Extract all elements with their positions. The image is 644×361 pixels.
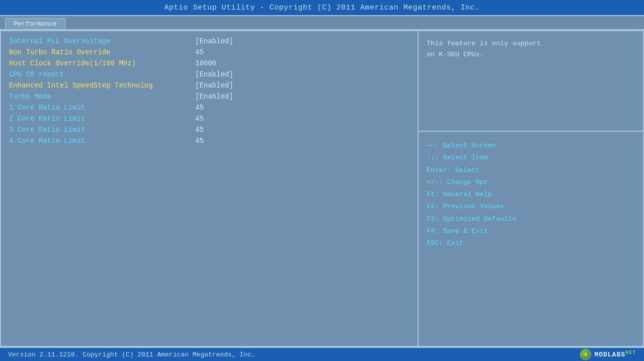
key-help-line-0: ↔↔: Select Screen — [427, 140, 635, 152]
bios-item-value-9: 45 — [195, 137, 204, 145]
bios-item-6[interactable]: 1 Core Ratio Limit45 — [7, 103, 412, 113]
key-help-line-8: ESC: Exit — [427, 237, 635, 249]
bios-item-label-8: 3 Core Ratio Limit — [9, 126, 190, 134]
top-header-bar: Aptio Setup Utility - Copyright (C) 2011… — [0, 0, 644, 16]
tab-row: Performance — [0, 16, 644, 30]
bios-item-label-5: Turbo Mode — [9, 93, 190, 101]
modlabs-icon: M — [580, 349, 591, 360]
footer-title: Version 2.11.1210. Copyright (C) 2011 Am… — [8, 351, 255, 358]
bios-item-label-9: 4 Core Ratio Limit — [9, 137, 190, 145]
info-line-0: This feature is only support — [427, 38, 635, 49]
main-content: Internal PLL Overvoltage[Enabled]Non Tur… — [0, 30, 644, 347]
bios-item-label-4: Enhanced Intel SpeedStep Technolog — [9, 81, 190, 89]
bios-item-5[interactable]: Turbo Mode[Enabled] — [7, 92, 412, 102]
bios-item-8[interactable]: 3 Core Ratio Limit45 — [7, 125, 412, 135]
bios-item-label-2: Host Clock Override(1/100 MHz) — [9, 59, 190, 67]
bottom-footer-bar: Version 2.11.1210. Copyright (C) 2011 Am… — [0, 347, 644, 361]
bios-item-label-3: CPU C6 report — [9, 70, 190, 78]
key-help-line-4: F1: General Help — [427, 189, 635, 201]
bios-item-value-3: [Enabled] — [195, 70, 233, 78]
bios-item-value-8: 45 — [195, 126, 204, 134]
right-panel: This feature is only supporton K-SKU CPU… — [419, 31, 643, 346]
bios-item-value-5: [Enabled] — [195, 93, 233, 101]
info-line-1: on K-SKU CPUs. — [427, 49, 635, 60]
modlabs-text: MODLABSNET — [594, 350, 636, 358]
bios-item-value-0: [Enabled] — [195, 37, 233, 45]
key-help-line-6: F3: Optimized Defaults — [427, 213, 635, 225]
bios-item-value-4: [Enabled] — [195, 81, 233, 89]
bios-item-value-2: 10000 — [195, 59, 216, 67]
key-help-line-5: F2: Previous Values — [427, 201, 635, 213]
bios-item-label-7: 2 Core Ratio Limit — [9, 115, 190, 123]
left-panel: Internal PLL Overvoltage[Enabled]Non Tur… — [1, 31, 419, 346]
bios-item-value-6: 45 — [195, 104, 204, 112]
key-help-line-3: +/-: Change Opt. — [427, 176, 635, 189]
bios-item-label-1: Non Turbo Ratio Override — [9, 48, 190, 56]
bios-item-2[interactable]: Host Clock Override(1/100 MHz)10000 — [7, 58, 412, 68]
bios-item-value-7: 45 — [195, 115, 204, 123]
bios-item-label-0: Internal PLL Overvoltage — [9, 37, 190, 45]
bios-item-7[interactable]: 2 Core Ratio Limit45 — [7, 114, 412, 124]
info-section: This feature is only supporton K-SKU CPU… — [419, 31, 643, 132]
bios-item-1[interactable]: Non Turbo Ratio Override45 — [7, 47, 412, 57]
bios-item-0[interactable]: Internal PLL Overvoltage[Enabled] — [7, 36, 412, 46]
key-help-line-2: Enter: Select — [427, 164, 635, 176]
bios-item-label-6: 1 Core Ratio Limit — [9, 104, 190, 112]
key-help-section: ↔↔: Select Screen↑↓: Select ItemEnter: S… — [419, 132, 643, 346]
key-help-line-1: ↑↓: Select Item — [427, 152, 635, 164]
bios-item-value-1: 45 — [195, 48, 204, 56]
header-title: Aptio Setup Utility - Copyright (C) 2011… — [164, 4, 479, 12]
bios-item-9[interactable]: 4 Core Ratio Limit45 — [7, 136, 412, 146]
tab-performance[interactable]: Performance — [5, 18, 65, 29]
key-help-line-7: F4: Save & Exit — [427, 225, 635, 237]
bios-item-3[interactable]: CPU C6 report[Enabled] — [7, 69, 412, 79]
bios-item-4[interactable]: Enhanced Intel SpeedStep Technolog[Enabl… — [7, 80, 412, 91]
modlabs-logo: M MODLABSNET — [580, 349, 636, 360]
